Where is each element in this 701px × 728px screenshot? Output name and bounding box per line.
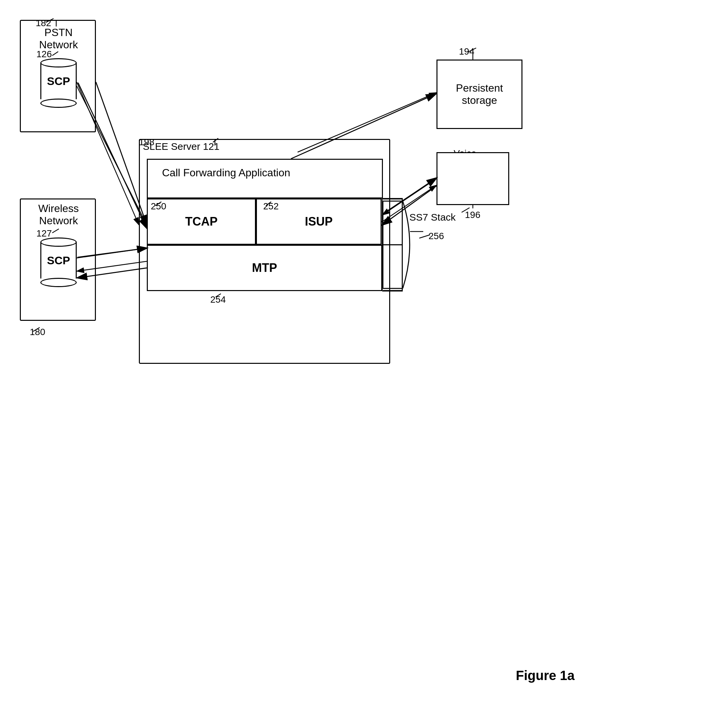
isup-label: ISUP: [305, 215, 333, 228]
mtp-label: MTP: [252, 261, 277, 275]
slee-server-label: SLEE Server 121: [143, 141, 219, 152]
ref-194: 194: [459, 46, 475, 57]
scp-pstn-cylinder: SCP: [40, 58, 77, 108]
ref-250: 250: [151, 201, 166, 212]
tcap-label: TCAP: [185, 215, 218, 228]
ref-254: 254: [210, 295, 226, 305]
wireless-label: WirelessNetwork: [24, 202, 93, 227]
ref-196: 196: [465, 210, 480, 220]
cfa-label: Call Forwarding Application: [162, 167, 290, 179]
mtp-box: MTP: [147, 245, 382, 291]
ref-256: 256: [428, 231, 444, 241]
ref-180: 180: [30, 327, 45, 337]
persistent-storage-box: Persistentstorage: [437, 59, 522, 129]
diagram-container: 182 PSTNNetwork 126 SCP WirelessNetwork …: [0, 0, 701, 728]
voice-server-box: [437, 152, 509, 205]
main-arrows-svg: [0, 0, 701, 728]
ref-252: 252: [263, 201, 279, 212]
ss7-bracket: [383, 198, 403, 291]
pstn-label: PSTNNetwork: [24, 26, 93, 51]
ss7-stack-label: SS7 Stack: [410, 212, 456, 223]
arrows-svg: [0, 0, 701, 728]
figure-caption: Figure 1a: [516, 668, 575, 683]
scp-wireless-cylinder: SCP: [40, 237, 77, 287]
persistent-storage-label: Persistentstorage: [456, 82, 503, 107]
